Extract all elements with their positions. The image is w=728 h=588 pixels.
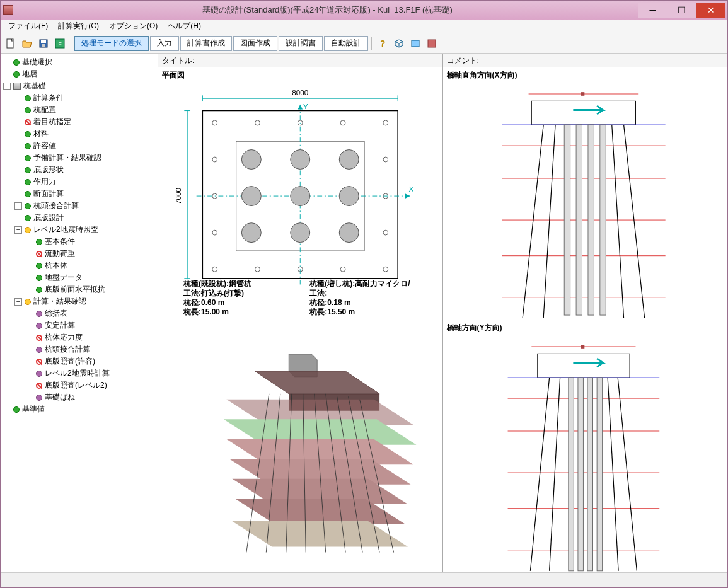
maximize-button[interactable]: ☐ <box>667 3 696 18</box>
collapse-icon[interactable]: − <box>14 298 22 306</box>
side-x-view[interactable]: 橋軸直角方向(X方向) <box>443 67 728 320</box>
svg-text:8000: 8000 <box>292 88 308 96</box>
save-file-icon[interactable] <box>36 36 51 51</box>
tree-item[interactable]: 基本条件 <box>26 236 155 248</box>
tree-item[interactable]: 底版前面水平抵抗 <box>26 284 155 296</box>
menu-help[interactable]: ヘルプ(H) <box>163 20 206 33</box>
toolbar-separator <box>371 37 372 50</box>
plan-title: 平面図 <box>158 67 442 83</box>
tree-item[interactable]: 基礎選択 <box>3 56 155 68</box>
bullet-icon <box>25 215 31 221</box>
tree-item[interactable]: 材料 <box>14 128 155 140</box>
svg-rect-7 <box>428 40 436 47</box>
bullet-icon <box>36 347 42 353</box>
close-button[interactable]: ✕ <box>696 3 725 18</box>
svg-point-27 <box>339 187 359 206</box>
view-headers: タイトル: コメント: <box>158 54 727 67</box>
tree-panel[interactable]: 基礎選択 地層 −杭基礎 計算条件 杭配置 着目杭指定 材料 許容値 予備計算・… <box>1 54 158 572</box>
tree-item[interactable]: −杭基礎 <box>3 80 155 92</box>
comment-label: コメント: <box>443 54 728 67</box>
mode-select-button[interactable]: 処理モードの選択 <box>74 36 149 51</box>
svg-rect-49 <box>531 101 635 125</box>
tree-item[interactable]: 杭頭接合計算 <box>26 343 155 355</box>
svg-rect-63 <box>599 125 605 315</box>
svg-point-28 <box>241 223 261 243</box>
tree-item[interactable]: 予備計算・結果確認 <box>14 152 155 164</box>
svg-rect-98 <box>587 378 592 571</box>
tree-item[interactable]: 底版形状 <box>14 164 155 176</box>
tree-item[interactable]: 流動荷重 <box>26 248 155 260</box>
report-button[interactable]: 計算書作成 <box>180 36 232 51</box>
tree-item[interactable]: 断面計算 <box>14 188 155 200</box>
pile-type-existing: 杭種(既設杭):鋼管杭 <box>183 279 309 289</box>
side-y-view[interactable]: 橋軸方向(Y方向) <box>443 320 728 573</box>
svg-point-42 <box>212 267 217 272</box>
tree-item[interactable]: 計算条件 <box>14 92 155 104</box>
bullet-icon <box>25 203 31 209</box>
tree-item[interactable]: 地盤データ <box>26 272 155 284</box>
tree-item[interactable]: 基準値 <box>3 403 155 415</box>
collapse-icon[interactable]: − <box>3 83 11 90</box>
len-existing: 杭長:15.00 m <box>183 308 309 317</box>
prohibit-icon <box>25 119 31 125</box>
design-report-button[interactable]: 設計調書 <box>279 36 323 51</box>
cube-icon[interactable] <box>391 36 407 51</box>
prohibit-icon <box>36 251 42 257</box>
iso-view[interactable] <box>158 320 443 573</box>
tree-item[interactable]: 地層 <box>3 68 155 80</box>
tree-item[interactable]: 作用力 <box>14 176 155 188</box>
svg-point-41 <box>383 230 388 235</box>
help-icon[interactable]: ? <box>375 36 390 51</box>
tree-item[interactable]: 底版設計 <box>14 212 155 224</box>
plan-view[interactable]: 平面図 8000 7000 Y X <box>158 67 443 320</box>
svg-rect-6 <box>412 40 419 47</box>
menu-option[interactable]: オプション(O) <box>104 20 163 33</box>
svg-line-57 <box>623 125 644 318</box>
settings-icon[interactable] <box>424 36 439 51</box>
view-icon[interactable] <box>408 36 423 51</box>
tree-item[interactable]: 総括表 <box>26 308 155 320</box>
export-icon[interactable]: F <box>52 36 67 51</box>
svg-text:F: F <box>58 41 62 47</box>
tree-item[interactable]: レベル2地震時計算 <box>26 367 155 379</box>
drawing-button[interactable]: 図面作成 <box>233 36 277 51</box>
tree-item[interactable]: 許容値 <box>14 140 155 152</box>
input-button[interactable]: 入力 <box>150 36 179 51</box>
svg-rect-84 <box>581 345 584 349</box>
bullet-icon <box>25 131 31 137</box>
tree-item[interactable]: 着目杭指定 <box>14 116 155 128</box>
tree-item[interactable]: 杭配置 <box>14 104 155 116</box>
pile-type-added: 杭種(増し杭):高耐力マイクロ/ <box>309 279 436 289</box>
tree-item[interactable]: 底版照査(レベル2) <box>26 379 155 391</box>
tree-item[interactable]: −計算・結果確認 <box>14 296 155 308</box>
tree-item[interactable]: 基礎ばね <box>26 391 155 403</box>
tree-item[interactable]: 底版照査(許容) <box>26 355 155 367</box>
svg-line-59 <box>611 125 623 318</box>
open-file-icon[interactable] <box>20 36 35 51</box>
svg-point-40 <box>212 230 217 235</box>
tree-item[interactable]: 杭本体 <box>26 260 155 272</box>
svg-point-32 <box>255 120 260 125</box>
tree-item[interactable]: 安定計算 <box>26 320 155 331</box>
svg-point-45 <box>340 267 345 272</box>
svg-line-92 <box>530 378 549 571</box>
content-area: 基礎選択 地層 −杭基礎 計算条件 杭配置 着目杭指定 材料 許容値 予備計算・… <box>1 54 727 572</box>
folder-icon <box>13 83 21 90</box>
minimize-button[interactable]: ─ <box>638 3 667 18</box>
tree-item[interactable]: 杭体応力度 <box>26 331 155 343</box>
collapse-icon[interactable]: − <box>14 226 22 234</box>
side-x-drawing <box>443 83 727 320</box>
svg-point-35 <box>383 120 388 125</box>
tree-item[interactable]: 杭頭接合計算 <box>14 200 155 212</box>
prohibit-icon <box>36 335 42 341</box>
side-y-drawing <box>443 336 727 573</box>
tree-item[interactable]: −レベル2地震時照査 <box>14 224 155 236</box>
svg-text:X: X <box>409 185 414 193</box>
auto-design-button[interactable]: 自動設計 <box>324 36 368 51</box>
menu-calc[interactable]: 計算実行(C) <box>53 20 104 33</box>
new-file-icon[interactable] <box>3 36 18 51</box>
menubar: ファイル(F) 計算実行(C) オプション(O) ヘルプ(H) <box>1 20 727 33</box>
toolbar: F 処理モードの選択 入力 計算書作成 図面作成 設計調書 自動設計 ? <box>1 33 727 54</box>
menu-file[interactable]: ファイル(F) <box>3 20 53 33</box>
side-x-title: 橋軸直角方向(X方向) <box>443 67 727 83</box>
